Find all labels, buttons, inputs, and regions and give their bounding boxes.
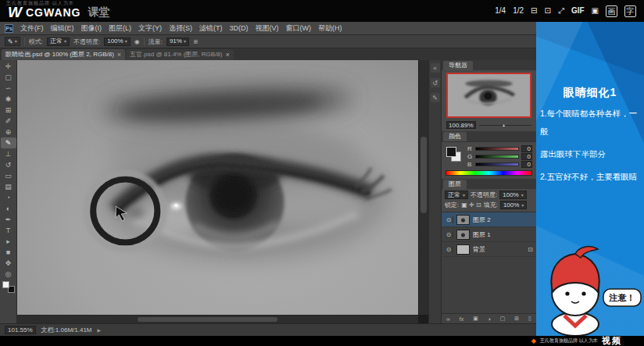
menu-type[interactable]: 文字(Y)	[138, 23, 162, 34]
pen-tool[interactable]: ✒	[1, 214, 16, 225]
speed-half-button[interactable]: 1/2	[513, 5, 524, 16]
blue-slider[interactable]	[475, 162, 519, 166]
pen-panel-icon[interactable]: ⊟	[531, 5, 537, 16]
layer-effects-icon[interactable]: fx	[460, 316, 463, 322]
layer-blend-mode-dropdown[interactable]: 正常 ▾	[445, 191, 468, 199]
hand-tool[interactable]: ✥	[1, 258, 16, 269]
flow-dropdown[interactable]: 91% ▾	[166, 37, 189, 46]
layer-mask-icon[interactable]: ▣	[473, 316, 478, 322]
menu-filter[interactable]: 滤镜(T)	[199, 23, 223, 34]
close-tab-icon[interactable]: ×	[225, 49, 229, 60]
blend-mode-dropdown[interactable]: 正常 ▾	[47, 37, 70, 46]
healing-brush-tool[interactable]: ⊕	[1, 127, 16, 137]
shape-tool[interactable]: ■	[1, 247, 16, 258]
type-tool[interactable]: T	[1, 225, 16, 236]
foreground-color-swatch[interactable]	[2, 281, 9, 288]
tab-layers[interactable]: 图层	[443, 180, 467, 189]
draw-button[interactable]: 画	[606, 5, 617, 17]
green-value[interactable]: 0	[521, 153, 532, 160]
visibility-eye-icon[interactable]: ⊙	[445, 216, 453, 223]
red-value[interactable]: 0	[521, 145, 532, 152]
crop-tool[interactable]: ⊞	[1, 105, 16, 116]
horizontal-scrollbar-thumb[interactable]	[138, 317, 278, 322]
layer-row-layer1[interactable]: ⊙ 图层 1	[442, 227, 536, 242]
eraser-tool[interactable]: ▭	[1, 170, 16, 181]
zoom-tool[interactable]: ◎	[1, 269, 16, 280]
status-zoom-field[interactable]: 101.55%	[5, 326, 36, 334]
document-tab-active[interactable]: 眼睛绘画.psd @ 100% (图层 2, RGB/8) ×	[2, 49, 125, 60]
lasso-tool[interactable]: ∽	[1, 83, 16, 94]
path-selection-tool[interactable]: ▸	[1, 236, 16, 247]
brush-preset-picker[interactable]: ✎ ▾	[5, 37, 20, 46]
menu-edit[interactable]: 编辑(E)	[51, 23, 74, 34]
dodge-tool[interactable]: ◐	[1, 203, 16, 214]
pressure-icon[interactable]: ◉	[134, 38, 140, 45]
collapse-dock-icon[interactable]: «	[431, 63, 440, 73]
snapshot-icon[interactable]: ▣	[592, 5, 599, 16]
tab-color[interactable]: 颜色	[443, 132, 467, 141]
menu-layer[interactable]: 图层(L)	[109, 23, 131, 34]
blur-tool[interactable]: ◔	[1, 192, 16, 203]
menu-3d[interactable]: 3D(D)	[230, 24, 249, 32]
menu-window[interactable]: 窗口(W)	[286, 23, 312, 34]
layer-fill-dropdown[interactable]: 100% ▾	[500, 201, 527, 209]
airbrush-icon[interactable]: ≋	[193, 38, 199, 45]
panel-foreground-swatch[interactable]	[446, 147, 456, 157]
navigator-zoom-slider[interactable]: ▴	[479, 125, 531, 126]
fullscreen-icon[interactable]: ⤢	[558, 5, 564, 16]
green-slider[interactable]	[475, 155, 519, 159]
quick-selection-tool[interactable]: ✱	[1, 94, 16, 105]
red-slider[interactable]	[475, 147, 519, 151]
layer-name[interactable]: 图层 1	[473, 230, 491, 239]
menu-help[interactable]: 帮助(H)	[318, 23, 342, 34]
clone-stamp-tool[interactable]: ⊥	[1, 148, 16, 159]
history-brush-tool[interactable]: ↺	[1, 159, 16, 170]
horizontal-scrollbar[interactable]	[17, 315, 418, 323]
zoom-slider-thumb-icon[interactable]: ▴	[503, 122, 505, 127]
tab-navigator[interactable]: 导航器	[443, 61, 473, 70]
navigator-proxy-view[interactable]	[446, 73, 531, 118]
menu-image[interactable]: 图像(I)	[81, 23, 102, 34]
status-arrow-icon[interactable]: ▶	[98, 327, 102, 333]
vertical-scrollbar-thumb[interactable]	[420, 137, 427, 213]
color-spectrum-ramp[interactable]	[445, 170, 532, 176]
eye-painting-canvas[interactable]	[17, 60, 418, 315]
layer-group-icon[interactable]: ▢	[500, 316, 506, 322]
layer-name[interactable]: 背景	[473, 245, 485, 254]
text-button[interactable]: 字	[624, 5, 636, 17]
menu-select[interactable]: 选择(S)	[169, 23, 192, 34]
close-tab-icon[interactable]: ×	[117, 49, 121, 60]
layer-opacity-dropdown[interactable]: 100% ▾	[499, 191, 526, 199]
move-tool[interactable]: ✛	[1, 61, 16, 72]
opacity-dropdown[interactable]: 100% ▾	[104, 37, 130, 46]
speed-quarter-button[interactable]: 1/4	[495, 5, 506, 16]
layer-thumbnail[interactable]	[456, 230, 470, 240]
vertical-scrollbar[interactable]	[418, 60, 428, 315]
eyedropper-tool[interactable]: ✐	[1, 116, 16, 127]
layer-row-background[interactable]: ⊙ 背景 ⊡	[442, 242, 536, 257]
layer-name[interactable]: 图层 2	[473, 216, 491, 224]
adjustment-layer-icon[interactable]: ◑	[488, 316, 491, 322]
visibility-eye-icon[interactable]: ⊙	[445, 246, 453, 253]
marquee-tool[interactable]: ▢	[1, 72, 16, 83]
color-swatches[interactable]	[2, 281, 15, 293]
visibility-eye-icon[interactable]: ⊙	[445, 231, 453, 238]
layer-row-layer2[interactable]: ⊙ 图层 2	[442, 212, 536, 227]
link-layers-icon[interactable]: ∞	[446, 316, 450, 322]
menu-file[interactable]: 文件(F)	[20, 23, 44, 34]
delete-layer-icon[interactable]: ▯	[528, 316, 531, 322]
layer-thumbnail[interactable]	[456, 215, 470, 225]
brush-tool[interactable]: ✎	[1, 137, 16, 148]
navigator-zoom-value[interactable]: 100.89%	[446, 121, 476, 129]
gif-button[interactable]: GIF	[571, 5, 585, 16]
brushes-panel-icon[interactable]: ✎	[431, 93, 440, 102]
document-tab-inactive[interactable]: 五官.psd @ 81.4% (图层, RGB/8) ×	[126, 49, 234, 60]
monitor-icon[interactable]: ⊡	[544, 5, 550, 16]
menu-view[interactable]: 视图(V)	[256, 23, 279, 34]
gradient-tool[interactable]: ▤	[1, 181, 16, 192]
history-panel-icon[interactable]: ↺	[431, 78, 440, 87]
new-layer-icon[interactable]: ⊞	[514, 316, 519, 322]
lock-icons[interactable]: ▣ ✛ ⊡	[461, 202, 481, 209]
blue-value[interactable]: 0	[521, 161, 532, 168]
layer-thumbnail[interactable]	[456, 244, 470, 255]
